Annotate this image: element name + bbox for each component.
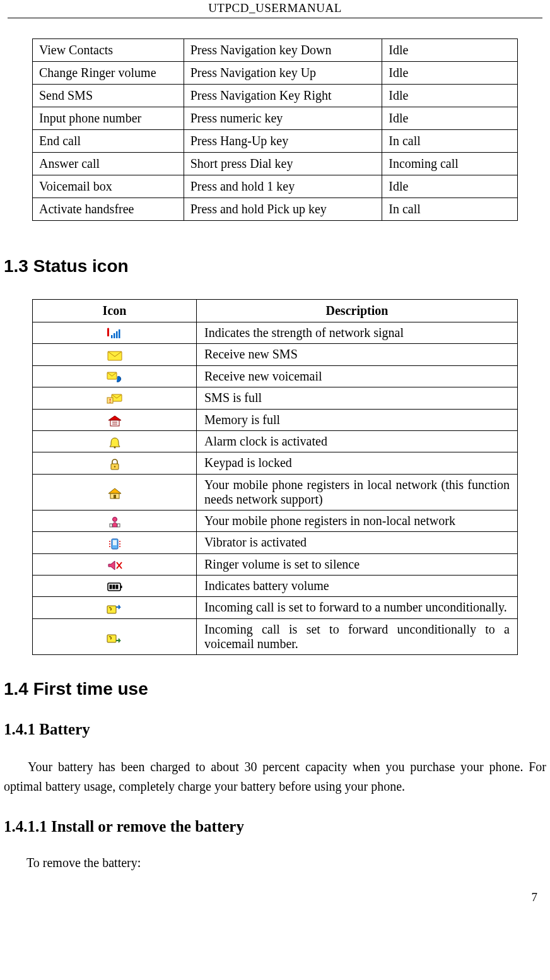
table-cell: Press and hold Pick up key — [184, 198, 382, 221]
description-cell: Memory is full — [197, 409, 518, 430]
table-row: Incoming call is set to forward to a num… — [33, 597, 518, 618]
table-cell: Press numeric key — [184, 107, 382, 130]
table-row: Keypad is locked — [33, 452, 518, 474]
actions-table: View ContactsPress Navigation key DownId… — [32, 38, 518, 221]
table-cell: Input phone number — [33, 107, 184, 130]
heading-battery: 1.4.1 Battery — [4, 721, 550, 738]
description-cell: Alarm clock is activated — [197, 431, 518, 452]
icon-cell — [33, 431, 197, 452]
signal-strength-icon — [106, 328, 124, 340]
table-cell: Activate handsfree — [33, 198, 184, 221]
silence-icon — [106, 559, 124, 572]
table-row: Voicemail boxPress and hold 1 keyIdle — [33, 175, 518, 198]
table-cell: Short press Dial key — [184, 153, 382, 175]
table-row: SMS is full — [33, 387, 518, 409]
description-cell: Incoming call is set to forward uncondit… — [197, 618, 518, 654]
heading-status-icon: 1.3 Status icon — [4, 256, 550, 276]
alarm-clock-icon — [106, 436, 124, 449]
table-cell: Idle — [382, 107, 518, 130]
icons-table-header-row: Icon Description — [33, 300, 518, 322]
description-cell: Indicates battery volume — [197, 576, 518, 597]
table-row: Receive new SMS — [33, 344, 518, 365]
header-rule — [8, 18, 542, 18]
description-cell: Ringer volume is set to silence — [197, 553, 518, 575]
icon-cell — [33, 510, 197, 531]
table-row: Your mobile phone registers in non-local… — [33, 510, 518, 531]
table-row: Activate handsfreePress and hold Pick up… — [33, 198, 518, 221]
forward-number-icon — [106, 603, 124, 615]
battery-paragraph: Your battery has been charged to about 3… — [4, 757, 546, 796]
local-network-icon — [106, 487, 124, 500]
icon-cell — [33, 576, 197, 597]
table-cell: In call — [382, 198, 518, 221]
forward-voicemail-icon — [106, 632, 124, 644]
table-cell: Press Navigation key Down — [184, 39, 382, 62]
vibrator-icon — [106, 538, 124, 550]
icon-cell — [33, 344, 197, 365]
description-cell: Your mobile phone registers in local net… — [197, 474, 518, 510]
description-cell: Your mobile phone registers in non-local… — [197, 510, 518, 531]
table-row: Answer callShort press Dial keyIncoming … — [33, 153, 518, 175]
table-cell: View Contacts — [33, 39, 184, 62]
table-row: View ContactsPress Navigation key DownId… — [33, 39, 518, 62]
keypad-locked-icon — [106, 458, 124, 471]
table-cell: In call — [382, 130, 518, 153]
table-row: Vibrator is activated — [33, 532, 518, 553]
heading-install-remove-battery: 1.4.1.1 Install or remove the battery — [4, 818, 550, 835]
description-cell: Receive new SMS — [197, 344, 518, 365]
icon-cell — [33, 409, 197, 430]
table-cell: Answer call — [33, 153, 184, 175]
table-row: Memory is full — [33, 409, 518, 430]
non-local-network-icon — [106, 516, 124, 528]
description-cell: Indicates the strength of network signal — [197, 322, 518, 344]
table-cell: Voicemail box — [33, 175, 184, 198]
table-cell: Change Ringer volume — [33, 62, 184, 85]
table-cell: Press Hang-Up key — [184, 130, 382, 153]
page-number: 7 — [0, 890, 537, 904]
battery-icon — [106, 581, 124, 593]
icon-cell — [33, 618, 197, 654]
table-cell: End call — [33, 130, 184, 153]
page: UTPCD_USERMANUAL View ContactsPress Navi… — [0, 0, 550, 923]
icon-cell — [33, 452, 197, 474]
table-row: Indicates battery volume — [33, 576, 518, 597]
remove-battery-line: To remove the battery: — [26, 853, 546, 873]
sms-full-icon — [106, 393, 124, 406]
table-row: Your mobile phone registers in local net… — [33, 474, 518, 510]
table-cell: Idle — [382, 85, 518, 107]
table-cell: Incoming call — [382, 153, 518, 175]
table-cell: Idle — [382, 62, 518, 85]
icons-table: Icon Description Indicates the strength … — [32, 299, 518, 655]
icon-cell — [33, 553, 197, 575]
description-cell: SMS is full — [197, 387, 518, 409]
icon-cell — [33, 387, 197, 409]
table-row: Receive new voicemail — [33, 365, 518, 387]
heading-first-time-use: 1.4 First time use — [4, 679, 550, 699]
description-cell: Incoming call is set to forward to a num… — [197, 597, 518, 618]
new-voicemail-icon — [106, 371, 124, 384]
table-row: Send SMSPress Navigation Key RightIdle — [33, 85, 518, 107]
new-sms-icon — [106, 350, 124, 362]
description-cell: Receive new voicemail — [197, 365, 518, 387]
table-cell: Idle — [382, 39, 518, 62]
table-cell: Send SMS — [33, 85, 184, 107]
memory-full-icon — [106, 415, 124, 427]
table-row: Input phone numberPress numeric keyIdle — [33, 107, 518, 130]
icon-cell — [33, 532, 197, 553]
table-row: Ringer volume is set to silence — [33, 553, 518, 575]
icon-cell — [33, 597, 197, 618]
icons-header-icon: Icon — [33, 300, 197, 322]
description-cell: Vibrator is activated — [197, 532, 518, 553]
icon-cell — [33, 322, 197, 344]
table-row: Alarm clock is activated — [33, 431, 518, 452]
document-header: UTPCD_USERMANUAL — [0, 0, 550, 18]
icon-cell — [33, 365, 197, 387]
table-cell: Press Navigation Key Right — [184, 85, 382, 107]
icons-header-description: Description — [197, 300, 518, 322]
table-row: Change Ringer volumePress Navigation key… — [33, 62, 518, 85]
table-cell: Press and hold 1 key — [184, 175, 382, 198]
table-row: Indicates the strength of network signal — [33, 322, 518, 344]
table-row: End callPress Hang-Up keyIn call — [33, 130, 518, 153]
table-row: Incoming call is set to forward uncondit… — [33, 618, 518, 654]
description-cell: Keypad is locked — [197, 452, 518, 474]
